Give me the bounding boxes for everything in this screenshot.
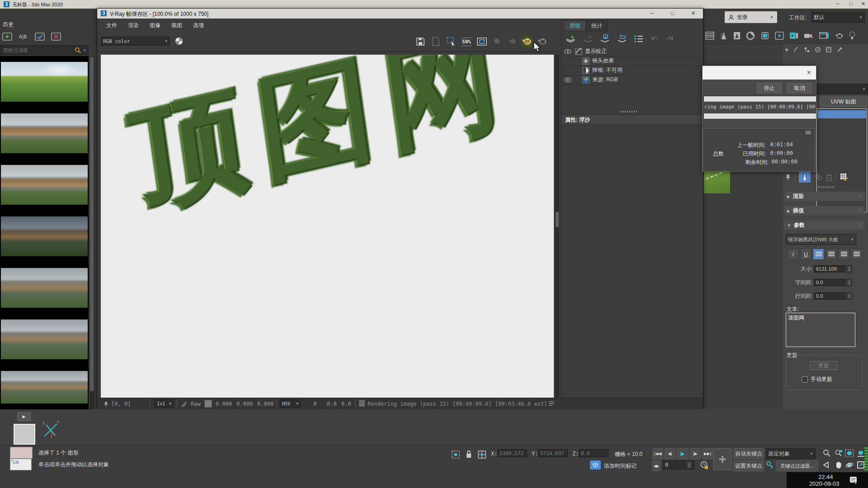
status-log-icon[interactable] [548,401,555,406]
tab-modify-icon[interactable] [793,47,799,53]
selection-region-icon[interactable] [451,450,460,459]
kerning-field[interactable]: 0.0 [814,279,845,286]
filter-dropdown-arrow[interactable]: ▼ [83,48,86,52]
panel-splitter-handle[interactable] [818,186,835,188]
app-minimize-button[interactable]: ─ [836,1,840,6]
key-mode-toggle[interactable]: ◀▶ [652,460,660,471]
dialog-close-icon[interactable]: ✕ [807,69,811,76]
load-layers-icon[interactable] [617,34,627,44]
zoom-all-icon[interactable] [834,448,844,458]
scene-explorer-icon[interactable] [720,32,728,40]
notifications-icon[interactable] [849,476,858,485]
mini-viewport-box[interactable] [14,424,35,445]
vfb-zoom-badge[interactable]: 50% [460,35,473,48]
auto-key-button[interactable]: 自动关键点 [733,448,764,459]
history-reject-icon[interactable] [51,32,61,42]
text-input-area[interactable]: 顶图网 [786,313,855,347]
make-unique-icon[interactable] [814,173,822,181]
eyedropper-icon[interactable] [181,400,188,407]
layer-row-lens-effects[interactable]: 镜头效果 [561,56,703,66]
z-coord-field[interactable]: 0.0 [579,449,609,457]
vfb-maximize-button[interactable]: □ [671,10,674,16]
hsv-dropdown[interactable]: HSV▼ [280,399,301,408]
render-teapot-icon[interactable] [835,32,844,39]
y-coord-field[interactable]: 5724.697 [538,449,568,457]
prev-frame-button[interactable]: ◀| [665,448,675,459]
align-right-button[interactable] [838,249,849,260]
rollout-interpolation[interactable]: ▶插值⠿ [784,206,865,216]
current-frame-field[interactable]: 0▲▼ [663,460,694,469]
vfb-region-render-icon[interactable] [444,35,458,48]
kerning-spinner[interactable]: ▲▼ [846,278,852,286]
go-to-end-button[interactable]: ▶▶| [702,448,713,459]
dialog-titlebar[interactable]: ✕ [703,66,816,80]
pin-stack-icon[interactable] [785,174,791,181]
save-layers-icon[interactable] [599,34,610,44]
manual-update-checkbox[interactable] [802,376,808,383]
vfb-menu-render[interactable]: 渲染 [123,19,144,31]
vfb-fit-frame-icon[interactable] [475,35,489,48]
layer-row-source[interactable]: 来源: RGB [561,75,703,85]
history-save-icon[interactable] [2,32,13,42]
canvas-vscrollbar[interactable] [555,55,559,398]
lightbulb-icon[interactable] [849,31,855,40]
vfb-save-image-icon[interactable] [414,35,427,48]
show-end-result-button[interactable] [799,172,811,183]
white-balance-sphere-icon[interactable] [175,37,183,45]
make-preview-icon[interactable] [804,32,814,40]
configure-modifier-sets-icon[interactable] [840,173,848,181]
add-time-tag[interactable]: 添加时间标记 [604,462,637,470]
vfb-track-mouse-icon[interactable] [491,35,504,48]
vfb-menu-options[interactable]: 选项 [188,19,209,31]
set-key-button[interactable]: 设置关键点 [733,460,764,471]
history-thumbnail[interactable] [0,108,89,159]
zoom-extents-icon[interactable] [844,448,854,458]
delete-layer-icon[interactable] [582,34,593,44]
vfb-menu-file[interactable]: 文件 [101,19,123,31]
history-scrollbar[interactable] [90,56,94,409]
search-icon[interactable] [75,47,81,53]
rollout-parameters[interactable]: ▼参数⠿ [784,221,865,230]
add-layer-icon[interactable] [565,34,576,44]
vfb-clear-image-icon[interactable] [429,35,443,48]
history-thumbnail[interactable] [0,365,89,409]
vfb-menu-view[interactable]: 视图 [166,19,188,31]
go-to-start-button[interactable]: |◀◀ [652,448,663,459]
tab-display-icon[interactable] [826,47,832,53]
open-mini-curve-editor-button[interactable]: ▶ [17,412,31,421]
tab-motion-icon[interactable] [815,47,821,53]
vfb-channel-dropdown[interactable]: RGB color ▼ [101,37,170,46]
leading-field[interactable]: 0.0 [814,292,845,300]
render-canvas[interactable]: 顶图网 [101,55,554,398]
maxscript-listener-white[interactable]: "Liu [10,459,32,470]
pan-pov-icon[interactable] [822,460,832,470]
vfb-titlebar[interactable]: 3 V-Ray 帧缓存区 - [100.0% of 1000 x 750] ─ … [97,9,703,19]
history-filter-input[interactable] [2,47,67,53]
modifier-stack-selected-row[interactable] [817,110,866,118]
history-thumbnail[interactable] [0,159,89,211]
layer-manager-icon[interactable] [705,32,714,40]
leading-spinner[interactable]: ▲▼ [846,292,852,300]
history-thumbnail[interactable] [0,314,89,365]
stop-button[interactable]: 停止 [757,83,782,93]
layer-row-display-correction[interactable]: 显示校正 [561,47,703,56]
italic-button[interactable]: I [788,249,799,260]
uvw-map-button[interactable]: UVW 贴图 [820,97,867,107]
tab-hierarchy-icon[interactable] [804,47,810,53]
render-setup-icon[interactable] [775,32,784,40]
history-thumbnail[interactable] [0,211,89,262]
pan-hand-icon[interactable] [834,460,844,470]
layer-row-denoiser[interactable]: 降噪: 不可用 [561,66,703,75]
workspace-dropdown[interactable]: 默认 ▼ [811,12,865,23]
x-coord-field[interactable]: 5389.572 [497,449,527,457]
cancel-button[interactable]: 取消 [787,83,812,93]
underline-button[interactable]: U [800,249,811,260]
time-tag-icon[interactable] [590,460,601,469]
zoom-icon[interactable] [822,448,832,458]
panel-scroll-sliver[interactable] [864,447,868,471]
manual-update-row[interactable]: 手动更新 [802,375,832,383]
vfb-close-button[interactable]: ✕ [691,10,695,16]
selection-lock-icon[interactable] [466,450,472,459]
orbit-icon[interactable] [844,460,854,470]
tab-create-icon[interactable]: + [785,46,788,53]
